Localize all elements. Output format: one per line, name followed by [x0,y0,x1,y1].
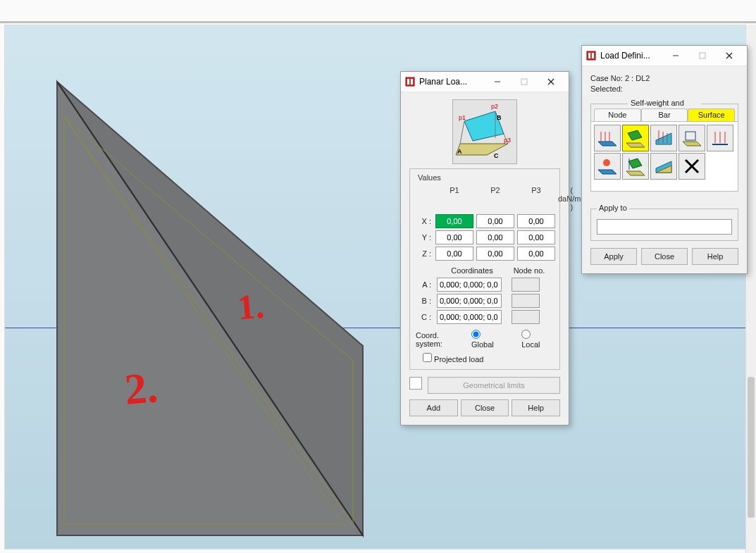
load-definition-dialog: Load Defini... Case No: 2 : DL2 Selected… [581,45,748,274]
svg-rect-41 [686,132,695,140]
a-node-input[interactable] [512,278,540,292]
row-z-label: Z : [416,249,433,258]
tool-delete[interactable] [678,153,705,180]
col-p1: P1 [435,186,473,211]
coord-header: Coordinates [437,266,507,275]
tab-surface[interactable]: Surface [688,108,735,121]
svg-rect-6 [407,79,409,85]
selected-label: Selected: [590,84,738,94]
svg-point-47 [603,159,610,166]
apply-button[interactable]: Apply [590,248,637,265]
svg-marker-46 [598,170,616,174]
c-node-input[interactable] [512,310,540,324]
radio-local[interactable]: Local [521,330,551,349]
apply-to-label: Apply to [597,204,629,212]
top-toolbar-strip [0,0,756,23]
node-header: Node no. [512,266,547,275]
svg-text:p1: p1 [459,114,466,121]
annotation-1: 1. [236,285,266,328]
radio-global[interactable]: Global [471,330,504,349]
svg-marker-48 [626,171,645,175]
planar-titlebar[interactable]: Planar Loa... [401,72,569,92]
tool-contour-uniform[interactable] [678,125,705,151]
a-coord-input[interactable] [437,278,502,292]
z-p2-input[interactable] [476,247,514,261]
close-button-planar[interactable]: Close [461,399,509,416]
close-button[interactable] [538,72,564,92]
b-node-input[interactable] [512,294,540,308]
svg-marker-40 [683,142,701,146]
help-button-loaddef[interactable]: Help [692,248,738,265]
tool-hydrostatic[interactable] [650,125,677,151]
help-button-planar[interactable]: Help [512,399,560,416]
row-a-label: A : [416,280,433,289]
svg-marker-30 [598,142,616,146]
tool-planar-3p[interactable] [622,125,649,151]
loaddef-title: Load Defini... [600,51,650,61]
svg-marker-35 [628,130,642,140]
values-legend: Values [416,173,443,182]
svg-text:B: B [497,114,502,121]
y-p1-input[interactable] [435,230,473,244]
z-p1-input[interactable] [435,247,473,261]
minimize-button[interactable] [662,46,689,66]
z-p3-input[interactable] [517,247,555,261]
apply-to-group: Apply to [590,209,738,241]
svg-rect-5 [406,77,414,86]
app-icon [586,51,596,61]
b-coord-input[interactable] [437,294,502,308]
loaddef-titlebar[interactable]: Load Defini... [582,46,747,66]
y-p2-input[interactable] [476,230,514,244]
scrollbar-thumb[interactable] [748,377,755,518]
c-coord-input[interactable] [437,310,502,324]
svg-marker-36 [656,133,671,144]
svg-text:C: C [494,152,499,159]
row-c-label: C : [416,313,433,321]
coord-system-label: Coord. system: [416,331,467,348]
svg-text:p3: p3 [504,137,511,144]
geom-limits-toggle[interactable] [409,377,422,390]
col-p3: P3 [517,186,555,211]
svg-marker-49 [628,159,642,168]
svg-text:p2: p2 [491,103,498,110]
row-b-label: B : [416,297,433,305]
load-type-tabs: Self-weight and mass Node Bar Surface [590,104,738,192]
svg-line-14 [460,121,464,144]
svg-rect-23 [587,51,595,60]
minimize-button[interactable] [484,72,511,92]
values-group: Values P1 P2 P3 ( daN/m2 ) X : Y : [409,168,560,370]
planar-load-dialog: Planar Loa... p1 p2 p3 A B C [400,71,569,425]
svg-rect-7 [411,79,413,85]
tool-thermal-3p[interactable] [622,153,649,180]
tool-contour-linear[interactable] [650,153,677,180]
apply-to-input[interactable] [597,219,732,235]
maximize-button[interactable] [511,72,538,92]
tool-thermal[interactable] [594,153,621,180]
tool-uniform-planar[interactable] [594,125,621,151]
tab-bar[interactable]: Bar [641,108,688,121]
x-p1-input[interactable] [435,214,473,228]
col-p2: P2 [476,186,514,211]
tool-linear-edge[interactable] [707,125,733,151]
geom-limits-button[interactable]: Geometrical limits [428,377,560,394]
svg-rect-25 [592,53,594,58]
add-button[interactable]: Add [409,399,458,416]
case-no: Case No: 2 : DL2 [590,73,738,84]
svg-marker-12 [456,144,508,155]
projected-load-checkbox[interactable]: Projected load [423,353,483,364]
app-icon [405,77,415,87]
svg-rect-27 [700,53,705,58]
x-p2-input[interactable] [476,214,514,228]
x-p3-input[interactable] [517,214,555,228]
maximize-button[interactable] [689,46,716,66]
annotation-2: 2. [123,362,160,415]
svg-text:A: A [457,148,462,155]
close-button[interactable] [716,46,743,66]
y-p3-input[interactable] [517,230,555,244]
load-preview-image: p1 p2 p3 A B C [452,99,517,164]
row-y-label: Y : [416,233,433,242]
svg-rect-24 [588,53,590,58]
close-button-loaddef[interactable]: Close [641,248,688,265]
svg-marker-34 [626,143,645,147]
tab-node[interactable]: Node [594,108,641,121]
